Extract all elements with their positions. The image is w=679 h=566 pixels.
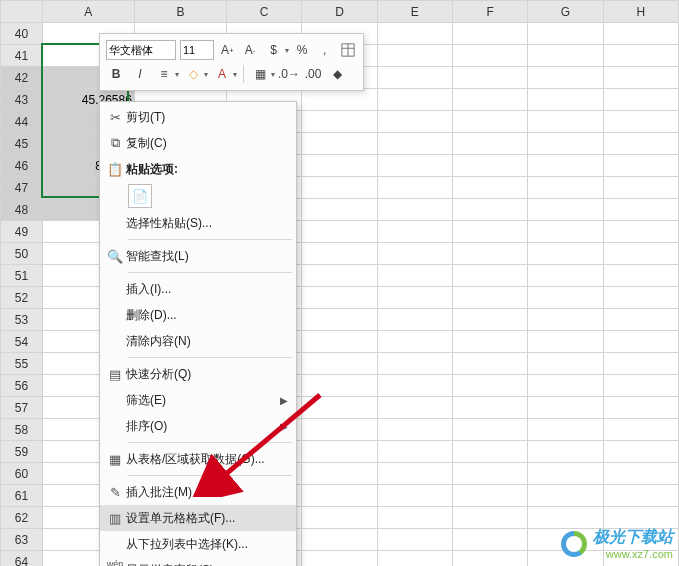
menu-clear-contents[interactable]: 清除内容(N) bbox=[100, 328, 296, 354]
cell-G59[interactable] bbox=[528, 441, 603, 463]
cell-E40[interactable] bbox=[377, 23, 452, 45]
cell-D44[interactable] bbox=[302, 111, 377, 133]
cell-E54[interactable] bbox=[377, 331, 452, 353]
cell-G54[interactable] bbox=[528, 331, 603, 353]
row-header-53[interactable]: 53 bbox=[1, 309, 43, 331]
row-header-60[interactable]: 60 bbox=[1, 463, 43, 485]
cell-H42[interactable] bbox=[603, 67, 678, 89]
cell-D43[interactable] bbox=[302, 89, 377, 111]
cell-F53[interactable] bbox=[452, 309, 527, 331]
cell-F59[interactable] bbox=[452, 441, 527, 463]
row-header-55[interactable]: 55 bbox=[1, 353, 43, 375]
cell-E58[interactable] bbox=[377, 419, 452, 441]
row-header-64[interactable]: 64 bbox=[1, 551, 43, 567]
cell-F55[interactable] bbox=[452, 353, 527, 375]
increase-font-button[interactable]: A+ bbox=[218, 40, 237, 60]
font-color-button[interactable]: A▾ bbox=[212, 64, 237, 84]
cell-D56[interactable] bbox=[302, 375, 377, 397]
cell-E56[interactable] bbox=[377, 375, 452, 397]
percent-format-button[interactable]: % bbox=[293, 40, 312, 60]
menu-paste-special[interactable]: 选择性粘贴(S)... bbox=[100, 210, 296, 236]
cell-H61[interactable] bbox=[603, 485, 678, 507]
cell-D54[interactable] bbox=[302, 331, 377, 353]
cell-D55[interactable] bbox=[302, 353, 377, 375]
row-header-51[interactable]: 51 bbox=[1, 265, 43, 287]
col-header-A[interactable]: A bbox=[42, 1, 134, 23]
cell-E41[interactable] bbox=[377, 45, 452, 67]
cell-E48[interactable] bbox=[377, 199, 452, 221]
cell-F42[interactable] bbox=[452, 67, 527, 89]
cell-G57[interactable] bbox=[528, 397, 603, 419]
cell-F63[interactable] bbox=[452, 529, 527, 551]
cell-G45[interactable] bbox=[528, 133, 603, 155]
cell-F57[interactable] bbox=[452, 397, 527, 419]
cell-E45[interactable] bbox=[377, 133, 452, 155]
cell-F41[interactable] bbox=[452, 45, 527, 67]
row-header-63[interactable]: 63 bbox=[1, 529, 43, 551]
accounting-format-button[interactable]: $▾ bbox=[264, 40, 289, 60]
menu-smart-lookup[interactable]: 🔍 智能查找(L) bbox=[100, 243, 296, 269]
cell-E46[interactable] bbox=[377, 155, 452, 177]
row-header-54[interactable]: 54 bbox=[1, 331, 43, 353]
cell-G43[interactable] bbox=[528, 89, 603, 111]
cell-E53[interactable] bbox=[377, 309, 452, 331]
cell-E62[interactable] bbox=[377, 507, 452, 529]
cell-F48[interactable] bbox=[452, 199, 527, 221]
col-header-H[interactable]: H bbox=[603, 1, 678, 23]
cell-G51[interactable] bbox=[528, 265, 603, 287]
cell-F44[interactable] bbox=[452, 111, 527, 133]
cell-H52[interactable] bbox=[603, 287, 678, 309]
cell-H58[interactable] bbox=[603, 419, 678, 441]
cell-F51[interactable] bbox=[452, 265, 527, 287]
cell-F62[interactable] bbox=[452, 507, 527, 529]
row-header-61[interactable]: 61 bbox=[1, 485, 43, 507]
cell-E55[interactable] bbox=[377, 353, 452, 375]
row-header-43[interactable]: 43 bbox=[1, 89, 43, 111]
menu-delete[interactable]: 删除(D)... bbox=[100, 302, 296, 328]
cell-F58[interactable] bbox=[452, 419, 527, 441]
cell-E42[interactable] bbox=[377, 67, 452, 89]
cell-F47[interactable] bbox=[452, 177, 527, 199]
cell-G52[interactable] bbox=[528, 287, 603, 309]
menu-insert-comment[interactable]: ✎ 插入批注(M) bbox=[100, 479, 296, 505]
row-header-46[interactable]: 46 bbox=[1, 155, 43, 177]
cell-H44[interactable] bbox=[603, 111, 678, 133]
col-header-B[interactable]: B bbox=[134, 1, 226, 23]
cell-D64[interactable] bbox=[302, 551, 377, 567]
cell-E51[interactable] bbox=[377, 265, 452, 287]
cell-D45[interactable] bbox=[302, 133, 377, 155]
col-header-E[interactable]: E bbox=[377, 1, 452, 23]
cell-G41[interactable] bbox=[528, 45, 603, 67]
cell-F54[interactable] bbox=[452, 331, 527, 353]
cell-E52[interactable] bbox=[377, 287, 452, 309]
cell-D59[interactable] bbox=[302, 441, 377, 463]
align-button[interactable]: ≡▾ bbox=[154, 64, 179, 84]
cell-G44[interactable] bbox=[528, 111, 603, 133]
cell-H55[interactable] bbox=[603, 353, 678, 375]
cell-G50[interactable] bbox=[528, 243, 603, 265]
cell-E63[interactable] bbox=[377, 529, 452, 551]
row-header-62[interactable]: 62 bbox=[1, 507, 43, 529]
row-header-56[interactable]: 56 bbox=[1, 375, 43, 397]
cell-E43[interactable] bbox=[377, 89, 452, 111]
cell-D60[interactable] bbox=[302, 463, 377, 485]
col-header-D[interactable]: D bbox=[302, 1, 377, 23]
row-header-40[interactable]: 40 bbox=[1, 23, 43, 45]
cell-H45[interactable] bbox=[603, 133, 678, 155]
cell-G47[interactable] bbox=[528, 177, 603, 199]
cell-F45[interactable] bbox=[452, 133, 527, 155]
cell-G55[interactable] bbox=[528, 353, 603, 375]
row-header-41[interactable]: 41 bbox=[1, 45, 43, 67]
menu-pick-from-list[interactable]: 从下拉列表中选择(K)... bbox=[100, 531, 296, 557]
menu-cut[interactable]: ✂ 剪切(T) bbox=[100, 104, 296, 130]
decrease-font-button[interactable]: A- bbox=[241, 40, 260, 60]
cell-H40[interactable] bbox=[603, 23, 678, 45]
row-header-50[interactable]: 50 bbox=[1, 243, 43, 265]
cell-F40[interactable] bbox=[452, 23, 527, 45]
cell-H46[interactable] bbox=[603, 155, 678, 177]
font-name-combo[interactable] bbox=[106, 40, 176, 60]
cell-G40[interactable] bbox=[528, 23, 603, 45]
cell-F50[interactable] bbox=[452, 243, 527, 265]
cell-H60[interactable] bbox=[603, 463, 678, 485]
clear-format-button[interactable]: ◆ bbox=[327, 64, 347, 84]
